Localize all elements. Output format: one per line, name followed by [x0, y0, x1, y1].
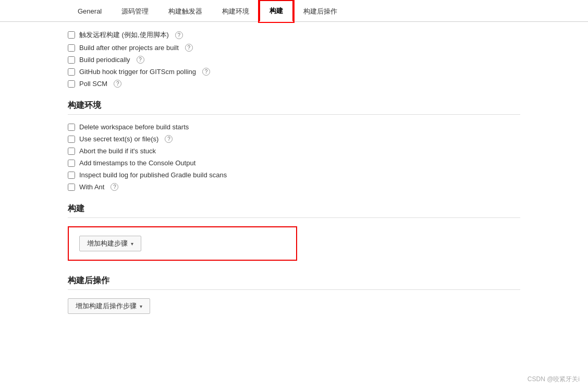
build-env-items: Delete workspace before build startsUse … — [68, 123, 520, 191]
help-icon-build-after[interactable]: ? — [185, 44, 193, 52]
label-github-hook: GitHub hook trigger for GITScm polling — [79, 68, 196, 76]
help-icon-with-ant[interactable]: ? — [111, 183, 118, 191]
label-inspect-gradle: Inspect build log for published Gradle b… — [79, 171, 227, 179]
post-build-section: 构建后操作 增加构建后操作步骤 ▾ — [68, 275, 520, 314]
checkbox-abort-stuck[interactable] — [68, 148, 75, 155]
label-poll-scm: Poll SCM — [79, 80, 107, 88]
add-build-step-label: 增加构建步骤 — [87, 239, 128, 248]
tab-build[interactable]: 构建 — [259, 0, 293, 22]
checkbox-with-ant[interactable] — [68, 184, 75, 191]
checkbox-build-after[interactable] — [68, 44, 75, 52]
build-env-heading: 构建环境 — [68, 100, 520, 115]
checkbox-delete-workspace[interactable] — [68, 124, 75, 131]
add-post-build-step-label: 增加构建后操作步骤 — [76, 301, 137, 311]
env-row-inspect-gradle: Inspect build log for published Gradle b… — [68, 171, 520, 179]
checkbox-inspect-gradle[interactable] — [68, 172, 75, 179]
content-area: 触发远程构建 (例如,使用脚本)?Build after other proje… — [0, 22, 588, 342]
label-build-after: Build after other projects are built — [79, 44, 179, 52]
trigger-row-remote-trigger: 触发远程构建 (例如,使用脚本)? — [68, 30, 520, 40]
dropdown-arrow-icon: ▾ — [131, 241, 133, 247]
trigger-row-build-after: Build after other projects are built? — [68, 44, 520, 52]
label-build-periodically: Build periodically — [79, 56, 130, 64]
label-secret-text: Use secret text(s) or file(s) — [79, 135, 158, 143]
label-abort-stuck: Abort the build if it's stuck — [79, 147, 156, 155]
help-icon-remote-trigger[interactable]: ? — [175, 31, 183, 39]
tab-env[interactable]: 构建环境 — [212, 1, 259, 21]
label-remote-trigger: 触发远程构建 (例如,使用脚本) — [79, 30, 169, 40]
help-icon-github-hook[interactable]: ? — [202, 68, 210, 76]
build-env-section: 构建环境 Delete workspace before build start… — [68, 100, 520, 191]
trigger-row-build-periodically: Build periodically? — [68, 56, 520, 64]
checkbox-poll-scm[interactable] — [68, 80, 75, 88]
help-icon-secret-text[interactable]: ? — [165, 135, 173, 143]
label-timestamps: Add timestamps to the Console Output — [79, 159, 195, 167]
trigger-section: 触发远程构建 (例如,使用脚本)?Build after other proje… — [68, 30, 520, 88]
page-wrapper: General源码管理构建触发器构建环境构建构建后操作 触发远程构建 (例如,使… — [0, 0, 588, 389]
add-post-build-step-button[interactable]: 增加构建后操作步骤 ▾ — [68, 298, 150, 314]
tab-source[interactable]: 源码管理 — [112, 1, 158, 21]
env-row-secret-text: Use secret text(s) or file(s)? — [68, 135, 520, 143]
tab-bar: General源码管理构建触发器构建环境构建构建后操作 — [0, 0, 588, 22]
env-row-abort-stuck: Abort the build if it's stuck — [68, 147, 520, 155]
post-dropdown-arrow-icon: ▾ — [140, 303, 142, 309]
label-with-ant: With Ant — [79, 183, 104, 191]
checkbox-secret-text[interactable] — [68, 136, 75, 143]
checkbox-github-hook[interactable] — [68, 68, 75, 76]
help-icon-poll-scm[interactable]: ? — [114, 80, 121, 88]
tab-general[interactable]: General — [68, 2, 112, 20]
attribution-text: CSDN @咬紧牙关i — [528, 375, 580, 384]
tab-post[interactable]: 构建后操作 — [293, 1, 347, 21]
env-row-with-ant: With Ant? — [68, 183, 520, 191]
label-delete-workspace: Delete workspace before build starts — [79, 123, 189, 131]
build-step-box: 增加构建步骤 ▾ — [68, 226, 297, 261]
add-build-step-button[interactable]: 增加构建步骤 ▾ — [79, 236, 141, 251]
tab-trigger[interactable]: 构建触发器 — [158, 1, 212, 21]
post-build-heading: 构建后操作 — [68, 275, 520, 290]
trigger-row-github-hook: GitHub hook trigger for GITScm polling? — [68, 68, 520, 76]
checkbox-remote-trigger[interactable] — [68, 31, 75, 39]
trigger-row-poll-scm: Poll SCM? — [68, 80, 520, 88]
help-icon-build-periodically[interactable]: ? — [137, 56, 144, 64]
checkbox-build-periodically[interactable] — [68, 56, 75, 64]
build-section: 构建 增加构建步骤 ▾ — [68, 203, 520, 263]
build-heading: 构建 — [68, 203, 520, 218]
env-row-delete-workspace: Delete workspace before build starts — [68, 123, 520, 131]
env-row-timestamps: Add timestamps to the Console Output — [68, 159, 520, 167]
checkbox-timestamps[interactable] — [68, 160, 75, 167]
